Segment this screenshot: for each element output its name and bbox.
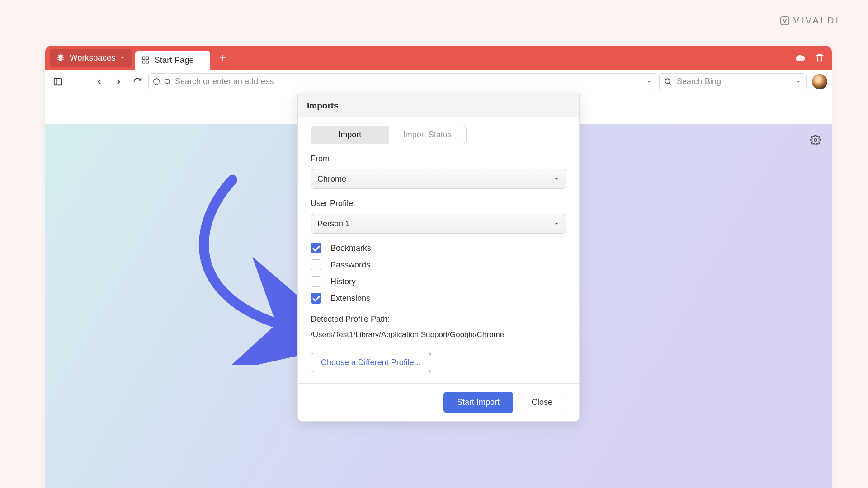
content-area: Imports Import Import Status From Chrome… [45, 94, 832, 488]
dialog-footer: Start Import Close [298, 383, 579, 421]
chevron-down-icon[interactable] [795, 79, 802, 85]
plus-icon [219, 54, 227, 62]
toolbar: Search Bing [45, 70, 832, 94]
page-settings-button[interactable] [810, 135, 821, 147]
chevron-down-icon [553, 221, 560, 227]
tab-start-page[interactable]: Start Page [135, 51, 210, 70]
checkbox-history[interactable]: History [311, 276, 566, 287]
svg-rect-3 [143, 61, 145, 63]
sync-cloud-icon[interactable] [795, 52, 806, 63]
tab-bar: Workspaces Start Page [45, 46, 832, 70]
from-label: From [311, 154, 566, 164]
workspaces-icon [56, 53, 65, 62]
svg-point-8 [814, 139, 817, 141]
tab-label: Start Page [154, 55, 193, 65]
chevron-down-icon [120, 55, 125, 61]
checkbox-label: Extensions [330, 294, 370, 303]
import-tab-switch: Import Import Status [311, 126, 467, 144]
search-icon [164, 78, 171, 85]
from-value: Chrome [317, 174, 346, 184]
dialog-body: Import Import Status From Chrome User Pr… [298, 117, 579, 383]
forward-button[interactable] [110, 74, 127, 90]
chevron-right-icon [114, 77, 123, 86]
chevron-left-icon [95, 77, 104, 86]
search-placeholder: Search Bing [677, 77, 791, 86]
checkbox-extensions[interactable]: Extensions [311, 293, 566, 304]
start-import-button[interactable]: Start Import [443, 392, 513, 413]
import-options-list: Bookmarks Passwords History Extensions [311, 243, 566, 304]
vivaldi-logo-icon [780, 16, 790, 26]
svg-rect-1 [143, 57, 145, 59]
svg-rect-2 [146, 57, 149, 59]
gear-icon [810, 135, 821, 145]
back-button[interactable] [91, 74, 108, 90]
checkbox-icon [311, 243, 321, 253]
detected-path-label: Detected Profile Path: [311, 314, 566, 324]
checkbox-icon [311, 259, 321, 270]
panel-toggle-button[interactable] [50, 74, 66, 90]
svg-point-6 [165, 79, 169, 83]
checkbox-label: Passwords [330, 260, 370, 270]
tab-import-status[interactable]: Import Status [389, 126, 467, 144]
checkbox-label: Bookmarks [330, 244, 371, 253]
brand-text: VIVALDI [793, 15, 840, 26]
checkbox-label: History [330, 277, 356, 286]
address-bar[interactable] [148, 73, 656, 90]
imports-dialog: Imports Import Import Status From Chrome… [297, 94, 580, 422]
svg-rect-5 [54, 78, 62, 85]
svg-rect-0 [781, 16, 789, 24]
brand-mark: VIVALDI [780, 15, 840, 26]
search-engine-icon [664, 78, 672, 86]
detected-path-value: /Users/Test1/Library/Application Support… [311, 330, 566, 339]
tab-import[interactable]: Import [311, 126, 389, 144]
profile-avatar[interactable] [812, 74, 827, 89]
panel-icon [53, 77, 63, 87]
svg-point-7 [665, 79, 670, 84]
dialog-title: Imports [298, 94, 579, 117]
svg-rect-4 [146, 61, 149, 63]
checkbox-icon [311, 276, 321, 287]
close-button[interactable]: Close [518, 392, 566, 413]
choose-profile-button[interactable]: Choose a Different Profile... [311, 353, 431, 372]
reload-button[interactable] [129, 74, 146, 90]
workspaces-button[interactable]: Workspaces [50, 49, 132, 67]
chevron-down-icon[interactable] [646, 79, 652, 85]
workspaces-label: Workspaces [70, 53, 115, 63]
user-profile-label: User Profile [311, 199, 566, 208]
search-field[interactable]: Search Bing [659, 73, 807, 90]
new-tab-button[interactable] [214, 49, 232, 67]
tab-bar-right [795, 52, 832, 63]
checkbox-passwords[interactable]: Passwords [311, 259, 566, 270]
from-select[interactable]: Chrome [311, 169, 566, 189]
trash-icon[interactable] [815, 53, 825, 63]
user-profile-select[interactable]: Person 1 [311, 214, 566, 234]
speed-dial-icon [142, 56, 150, 64]
checkbox-bookmarks[interactable]: Bookmarks [311, 243, 566, 253]
chevron-down-icon [553, 176, 560, 182]
checkbox-icon [311, 293, 321, 304]
reload-icon [133, 77, 142, 86]
user-profile-value: Person 1 [317, 219, 350, 229]
address-input[interactable] [175, 77, 642, 86]
shield-icon [152, 78, 160, 86]
browser-window: Workspaces Start Page [45, 46, 832, 488]
